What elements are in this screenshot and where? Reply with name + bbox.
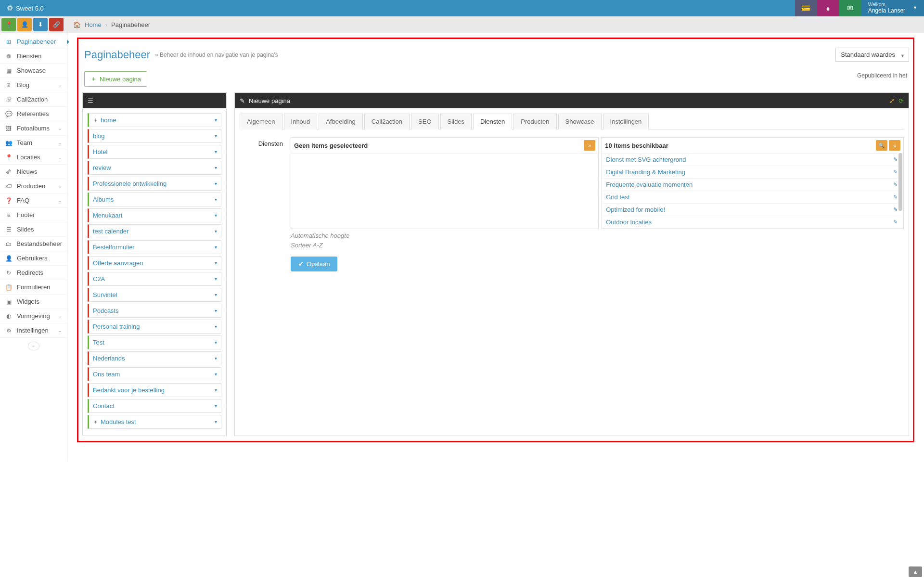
- tree-item[interactable]: Ons team▾: [88, 367, 221, 381]
- tree-item-label[interactable]: Nederlands: [93, 355, 215, 362]
- topbar-premium-button[interactable]: ♦: [817, 0, 839, 16]
- caret-down-icon[interactable]: ▾: [215, 292, 217, 297]
- available-item[interactable]: Optimized for mobile!✎: [602, 204, 901, 216]
- caret-down-icon[interactable]: ▾: [215, 276, 217, 282]
- tree-item-label[interactable]: Contact: [93, 402, 215, 410]
- pencil-icon[interactable]: ✎: [893, 194, 898, 200]
- pencil-icon[interactable]: ✎: [893, 181, 898, 188]
- sidebar-item-faq[interactable]: ❓FAQ⌄: [0, 193, 67, 208]
- tree-item[interactable]: Test▾: [88, 335, 221, 349]
- sidebar-item-call2action[interactable]: ☏Call2action: [0, 92, 67, 107]
- tree-item[interactable]: Bestelformulier▾: [88, 240, 221, 254]
- tree-item[interactable]: Nederlands▾: [88, 351, 221, 365]
- tab-diensten[interactable]: Diensten: [473, 114, 512, 129]
- available-item[interactable]: Dienst met SVG achtergrond✎: [602, 154, 901, 166]
- tab-inhoud[interactable]: Inhoud: [284, 114, 318, 129]
- caret-down-icon[interactable]: ▾: [215, 419, 217, 425]
- pencil-icon[interactable]: ✎: [893, 219, 898, 225]
- caret-down-icon[interactable]: ▾: [215, 213, 217, 218]
- mini-btn-location[interactable]: 📍: [1, 18, 16, 31]
- available-item-label[interactable]: Optimized for mobile!: [606, 206, 893, 213]
- available-item-label[interactable]: Digital Branding & Marketing: [606, 168, 893, 176]
- caret-down-icon[interactable]: ▾: [215, 372, 217, 377]
- available-item-label[interactable]: Outdoor locaties: [606, 219, 893, 226]
- brand[interactable]: ⚙ Sweet 5.0: [0, 0, 51, 16]
- sidebar-item-vormgeving[interactable]: ◐Vormgeving⌄: [0, 309, 67, 323]
- sidebar-item-redirects[interactable]: ↻Redirects: [0, 266, 67, 280]
- mini-btn-download[interactable]: ⬇: [33, 18, 48, 31]
- sidebar-item-producten[interactable]: 🏷Producten⌄: [0, 179, 67, 193]
- sidebar-item-locaties[interactable]: 📍Locaties⌄: [0, 150, 67, 165]
- tree-item[interactable]: Contact▾: [88, 399, 221, 413]
- tree-item[interactable]: Survintel▾: [88, 288, 221, 302]
- topbar-mail-button[interactable]: ✉: [839, 0, 861, 16]
- move-all-right-button[interactable]: »: [584, 140, 595, 151]
- tree-item-label[interactable]: Offerte aanvragen: [93, 259, 215, 267]
- available-item-label[interactable]: Dienst met SVG achtergrond: [606, 156, 893, 163]
- sidebar-item-nieuws[interactable]: 🗞Nieuws: [0, 165, 67, 179]
- caret-down-icon[interactable]: ▾: [215, 133, 217, 139]
- tab-producten[interactable]: Producten: [513, 114, 556, 129]
- tab-instellingen[interactable]: Instellingen: [603, 114, 649, 129]
- caret-down-icon[interactable]: ▾: [215, 340, 217, 345]
- available-item-label[interactable]: Frequente evaluatie momenten: [606, 181, 893, 188]
- default-values-dropdown[interactable]: Standaard waardes ▼: [835, 48, 909, 62]
- sidebar-item-widgets[interactable]: ▣Widgets: [0, 295, 67, 309]
- sidebar-item-slides[interactable]: ☰Slides: [0, 222, 67, 237]
- caret-down-icon[interactable]: ▾: [215, 356, 217, 361]
- tree-item-label[interactable]: Ons team: [93, 371, 215, 378]
- save-button[interactable]: ✔ Opslaan: [291, 257, 337, 271]
- sidebar-item-team[interactable]: 👥Team⌄: [0, 136, 67, 150]
- tab-showcase[interactable]: Showcase: [558, 114, 602, 129]
- tree-item[interactable]: C2A▾: [88, 272, 221, 286]
- pencil-icon[interactable]: ✎: [893, 169, 898, 175]
- tree-item-label[interactable]: Hotel: [93, 148, 215, 155]
- sidebar-item-bestandsbeheer[interactable]: 🗂Bestandsbeheer: [0, 237, 67, 251]
- caret-down-icon[interactable]: ▾: [215, 117, 217, 123]
- caret-down-icon[interactable]: ▾: [215, 244, 217, 250]
- tree-item[interactable]: ＋Modules test▾: [88, 415, 221, 429]
- sidebar-item-footer[interactable]: ≡Footer: [0, 208, 67, 222]
- tab-algemeen[interactable]: Algemeen: [240, 114, 282, 129]
- tree-item-label[interactable]: blog: [93, 132, 215, 140]
- caret-down-icon[interactable]: ▾: [215, 260, 217, 266]
- tree-item[interactable]: Personal training▾: [88, 320, 221, 334]
- tree-item[interactable]: Podcasts▾: [88, 304, 221, 318]
- tab-call2action[interactable]: Call2action: [364, 114, 410, 129]
- tree-item[interactable]: blog▾: [88, 129, 221, 143]
- tree-item-label[interactable]: Personal training: [93, 323, 215, 330]
- caret-down-icon[interactable]: ▾: [215, 165, 217, 170]
- sidebar-item-fotoalbums[interactable]: 🖼Fotoalbums⌄: [0, 121, 67, 136]
- topbar-user-menu[interactable]: Welkom, Angela Lanser ▼: [861, 0, 924, 16]
- tree-item-label[interactable]: Podcasts: [93, 307, 215, 314]
- sidebar-item-blog[interactable]: 🗎Blog⌄: [0, 78, 67, 92]
- tree-item-label[interactable]: Albums: [93, 196, 215, 203]
- topbar-card-button[interactable]: 💳: [795, 0, 817, 16]
- caret-down-icon[interactable]: ▾: [215, 308, 217, 313]
- refresh-icon[interactable]: ⟳: [898, 97, 904, 104]
- tree-item[interactable]: Offerte aanvragen▾: [88, 256, 221, 270]
- caret-down-icon[interactable]: ▾: [215, 324, 217, 329]
- hamburger-icon[interactable]: ☰: [88, 97, 93, 104]
- tree-item-label[interactable]: Bestelformulier: [93, 244, 215, 251]
- sidebar-item-formulieren[interactable]: 📋Formulieren: [0, 280, 67, 295]
- sidebar-item-gebruikers[interactable]: 👤Gebruikers: [0, 251, 67, 266]
- available-list[interactable]: Dienst met SVG achtergrond✎Digital Brand…: [602, 154, 903, 229]
- tree-item[interactable]: Albums▾: [88, 193, 221, 206]
- tree-item[interactable]: Professionele ontwikkeling▾: [88, 177, 221, 191]
- tree-item[interactable]: review▾: [88, 161, 221, 175]
- pencil-icon[interactable]: ✎: [893, 156, 898, 163]
- tab-seo[interactable]: SEO: [411, 114, 438, 129]
- caret-down-icon[interactable]: ▾: [215, 181, 217, 186]
- available-item[interactable]: Grid test✎: [602, 191, 901, 204]
- tree-item[interactable]: Menukaart▾: [88, 208, 221, 222]
- sidebar-item-diensten[interactable]: ❁Diensten: [0, 49, 67, 64]
- caret-down-icon[interactable]: ▾: [215, 197, 217, 202]
- tree-item-label[interactable]: C2A: [93, 275, 215, 283]
- expand-icon[interactable]: ⤢: [889, 97, 895, 104]
- move-all-left-button[interactable]: «: [889, 140, 900, 151]
- pencil-icon[interactable]: ✎: [893, 206, 898, 213]
- tree-item[interactable]: test calender▾: [88, 224, 221, 238]
- tree-item-label[interactable]: test calender: [93, 228, 215, 235]
- tree-item-label[interactable]: Bedankt voor je bestelling: [93, 386, 215, 394]
